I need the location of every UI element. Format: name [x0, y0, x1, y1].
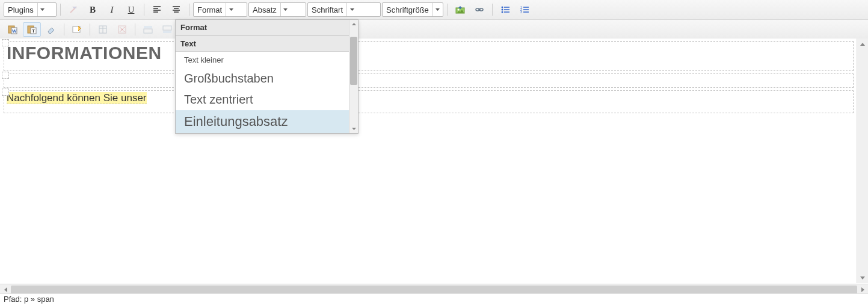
- paste-text-button[interactable]: T: [23, 22, 41, 37]
- canvas-vertical-scrollbar[interactable]: [857, 39, 868, 283]
- plugins-label: Plugins: [4, 5, 37, 14]
- unordered-list-button[interactable]: [496, 2, 514, 17]
- edit-html-button[interactable]: [68, 22, 86, 37]
- menu-scrollbar-thumb[interactable]: [350, 37, 357, 85]
- format-dropdown[interactable]: Format: [193, 2, 247, 17]
- italic-icon: I: [111, 5, 114, 15]
- format-menu-item[interactable]: Text kleiner: [176, 52, 358, 68]
- toolbar-row-2: W T: [0, 20, 868, 40]
- format-menu: Format Text Text kleiner Großbuchstaben …: [175, 19, 359, 134]
- format-menu-subheader: Text: [176, 36, 358, 52]
- heading-text: INFORMATIONEN: [7, 43, 162, 63]
- format-menu-header: Format: [176, 20, 358, 36]
- separator: [64, 23, 64, 36]
- bold-button[interactable]: B: [84, 2, 102, 17]
- paragraph-block[interactable]: Nachfolgend können Sie unser: [4, 90, 854, 113]
- font-family-dropdown-label: Schriftart: [308, 5, 346, 14]
- horizontal-scrollbar-thumb[interactable]: [11, 286, 857, 294]
- plugins-dropdown[interactable]: Plugins: [4, 2, 57, 17]
- separator: [447, 4, 448, 16]
- scroll-down-icon[interactable]: [349, 125, 358, 133]
- table-button[interactable]: [94, 22, 112, 37]
- separator: [189, 4, 189, 16]
- svg-rect-41: [163, 31, 171, 33]
- status-path: Pfad: p » span: [4, 295, 54, 304]
- separator: [90, 23, 90, 36]
- table-delete-button[interactable]: [113, 22, 131, 37]
- separator: [492, 4, 493, 16]
- paragraph-dropdown[interactable]: Absatz: [248, 2, 306, 17]
- chevron-down-icon: [280, 3, 291, 16]
- row-after-button[interactable]: [158, 22, 176, 37]
- separator: [144, 4, 144, 16]
- eraser-button[interactable]: [42, 22, 60, 37]
- svg-rect-39: [144, 26, 152, 28]
- svg-text:W: W: [12, 28, 17, 34]
- paragraph-dropdown-label: Absatz: [249, 5, 280, 14]
- svg-point-13: [501, 7, 503, 8]
- format-menu-item[interactable]: Großbuchstaben: [176, 68, 358, 89]
- align-left-button[interactable]: [148, 2, 166, 17]
- italic-button[interactable]: I: [103, 2, 121, 17]
- editor-canvas[interactable]: INFORMATIONEN Nachfolgend können Sie uns…: [0, 39, 857, 283]
- align-center-button[interactable]: [167, 2, 185, 17]
- chevron-down-icon: [37, 3, 48, 16]
- svg-text:T: T: [32, 28, 35, 34]
- insert-link-button[interactable]: [470, 2, 488, 17]
- svg-text:3: 3: [520, 10, 522, 14]
- paste-word-button[interactable]: W: [4, 22, 22, 37]
- block-handle-icon[interactable]: [2, 39, 9, 46]
- underline-icon: U: [128, 5, 135, 15]
- scroll-down-icon[interactable]: [857, 272, 868, 283]
- block-handle-icon[interactable]: [2, 72, 9, 79]
- chevron-down-icon: [346, 3, 357, 16]
- format-menu-item[interactable]: Text zentriert: [176, 89, 358, 110]
- insert-image-button[interactable]: [451, 2, 469, 17]
- separator: [135, 23, 135, 36]
- font-size-dropdown-label: Schriftgröße: [383, 5, 432, 14]
- row-before-button[interactable]: [139, 22, 157, 37]
- ordered-list-button[interactable]: 123: [516, 2, 534, 17]
- highlighted-text: Nachfolgend können Sie unser: [7, 92, 147, 104]
- clear-format-button[interactable]: [64, 2, 82, 17]
- font-size-dropdown[interactable]: Schriftgröße: [382, 2, 443, 17]
- chevron-down-icon: [226, 3, 236, 16]
- svg-rect-40: [163, 26, 171, 30]
- separator: [60, 4, 61, 16]
- block-handle-icon[interactable]: [2, 89, 9, 96]
- editor-window: Plugins B I U Format Absatz Schriftart S…: [0, 0, 868, 306]
- underline-button[interactable]: U: [122, 2, 140, 17]
- menu-scrollbar-track[interactable]: [349, 20, 358, 133]
- spacer-block[interactable]: [4, 73, 854, 88]
- scroll-up-icon[interactable]: [857, 39, 868, 49]
- svg-point-14: [501, 9, 503, 11]
- chevron-down-icon: [432, 3, 443, 16]
- toolbar-row-1: Plugins B I U Format Absatz Schriftart S…: [0, 0, 868, 20]
- svg-point-9: [457, 9, 459, 11]
- heading-block[interactable]: INFORMATIONEN: [4, 41, 854, 71]
- scroll-up-icon[interactable]: [349, 20, 358, 28]
- font-family-dropdown[interactable]: Schriftart: [307, 2, 381, 17]
- bold-icon: B: [90, 5, 96, 15]
- format-dropdown-label: Format: [194, 5, 226, 14]
- svg-point-15: [501, 11, 503, 13]
- status-bar: Pfad: p » span: [0, 293, 868, 306]
- format-menu-item[interactable]: Einleitungsabsatz: [176, 110, 358, 133]
- svg-rect-38: [144, 29, 152, 33]
